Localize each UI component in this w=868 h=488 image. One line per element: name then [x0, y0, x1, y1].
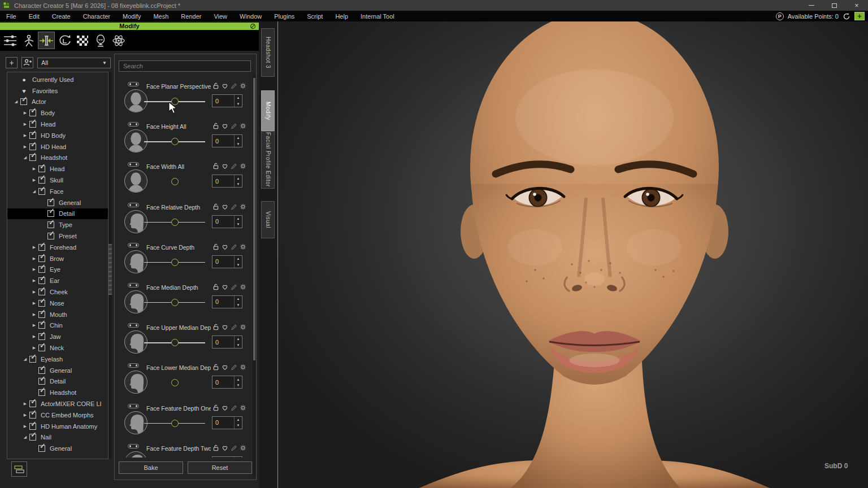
morph-thumbnail[interactable]	[124, 371, 147, 394]
tree-item-hd-head[interactable]: ▶ ✓ HD Head	[7, 141, 108, 152]
layers-button[interactable]	[11, 461, 27, 477]
tab-facial-profile-editor[interactable]: Facial Profile Editor	[261, 131, 275, 189]
morph-thumbnail[interactable]	[124, 169, 147, 193]
tree-item-general[interactable]: ✓ General	[7, 365, 108, 376]
edit-pencil-icon[interactable]	[231, 284, 237, 290]
tree-item-checkbox[interactable]: ✓	[38, 322, 45, 329]
tree-item-jaw[interactable]: ▶ ✓ Jaw	[7, 331, 108, 342]
tree-item-checkbox[interactable]: ✓	[29, 423, 36, 430]
morph-value-input[interactable]	[212, 135, 234, 147]
spin-down-icon[interactable]: ▼	[235, 221, 242, 228]
lock-icon[interactable]	[212, 324, 219, 330]
menu-internal-tool[interactable]: Internal Tool	[354, 11, 401, 21]
favorite-heart-icon[interactable]	[222, 243, 228, 250]
edit-pencil-icon[interactable]	[231, 243, 237, 250]
tree-item-checkbox[interactable]: ✓	[38, 277, 45, 284]
expander-icon[interactable]: ▶	[21, 402, 29, 406]
tree-item-checkbox[interactable]: ✓	[38, 255, 45, 262]
spin-up-icon[interactable]: ▲	[235, 135, 242, 141]
expander-icon[interactable]: ▶	[21, 133, 29, 138]
tree-item-eyelash[interactable]: ◢ ✓ Eyelash	[7, 354, 108, 365]
tree-item-checkbox[interactable]: ✓	[20, 98, 27, 105]
lock-icon[interactable]	[212, 82, 219, 89]
slider-handle[interactable]	[171, 259, 179, 266]
expander-icon[interactable]: ▶	[30, 334, 38, 339]
maximize-icon[interactable]	[823, 0, 845, 11]
spin-down-icon[interactable]: ▼	[235, 342, 242, 348]
tree-item-head[interactable]: ▶ ✓ Head	[7, 163, 108, 175]
menu-modify[interactable]: Modify	[116, 11, 147, 21]
lock-icon[interactable]	[212, 445, 219, 451]
bake-button[interactable]: Bake	[119, 461, 183, 474]
morph-value-input[interactable]	[212, 216, 234, 228]
expander-icon[interactable]: ▶	[30, 323, 38, 328]
circle-icon[interactable]: ●	[20, 76, 28, 83]
settings-gear-icon[interactable]	[240, 163, 246, 169]
tree-item-hd-body[interactable]: ▶ ✓ HD Body	[7, 130, 108, 141]
reset-button[interactable]: Reset	[188, 461, 252, 474]
expander-icon[interactable]: ◢	[21, 155, 29, 160]
menu-mesh[interactable]: Mesh	[147, 11, 175, 21]
tree-item-ear[interactable]: ▶ ✓ Ear	[7, 275, 108, 286]
spin-up-icon[interactable]: ▲	[235, 336, 242, 342]
lock-icon[interactable]	[212, 364, 219, 371]
morph-value-input[interactable]	[212, 376, 234, 388]
menu-script[interactable]: Script	[301, 11, 329, 21]
tree-item-checkbox[interactable]: ✓	[38, 289, 45, 295]
add-slider-button[interactable]: +	[6, 57, 18, 68]
thumbnail-toggle-icon[interactable]	[128, 243, 139, 247]
menu-create[interactable]: Create	[46, 11, 77, 21]
head-mesh-icon[interactable]	[92, 32, 109, 49]
tree-item-checkbox[interactable]: ✓	[29, 412, 36, 419]
tab-visual[interactable]: Visual	[261, 201, 275, 238]
tree-item-checkbox[interactable]: ✓	[29, 143, 36, 150]
tree-item-nail[interactable]: ◢ ✓ Nail	[7, 432, 108, 443]
search-input[interactable]	[119, 60, 251, 72]
expander-icon[interactable]: ▶	[30, 167, 38, 171]
tree-item-checkbox[interactable]: ✓	[38, 266, 45, 273]
tree-item-headshot[interactable]: ◢ ✓ Headshot	[7, 152, 108, 164]
expander-icon[interactable]: ▶	[30, 290, 38, 294]
spin-up-icon[interactable]: ▲	[235, 95, 242, 101]
tree-item-checkbox[interactable]: ✓	[29, 400, 36, 407]
morph-thumbnail[interactable]	[124, 451, 147, 457]
menu-window[interactable]: Window	[233, 11, 268, 21]
spin-up-icon[interactable]: ▲	[235, 457, 242, 457]
spin-up-icon[interactable]: ▲	[235, 216, 242, 222]
tree-item-neck[interactable]: ▶ ✓ Neck	[7, 342, 108, 354]
tree-item-checkbox[interactable]: ✓	[38, 445, 45, 452]
favorite-heart-icon[interactable]	[222, 324, 228, 330]
lock-icon[interactable]	[212, 123, 219, 129]
slider-handle[interactable]	[171, 138, 179, 145]
tree-item-cheek[interactable]: ▶ ✓ Cheek	[7, 286, 108, 298]
tree-item-checkbox[interactable]: ✓	[29, 434, 36, 441]
spin-down-icon[interactable]: ▼	[235, 141, 242, 147]
expander-icon[interactable]: ◢	[30, 189, 38, 194]
tree-item-head[interactable]: ▶ ✓ Head	[7, 119, 108, 130]
lock-icon[interactable]	[212, 163, 219, 169]
refresh-icon[interactable]	[843, 12, 850, 20]
tree-item-chin[interactable]: ▶ ✓ Chin	[7, 320, 108, 332]
panel-pin-icon[interactable]	[250, 23, 256, 29]
expander-icon[interactable]: ◢	[21, 357, 29, 361]
transform-icon[interactable]	[56, 32, 73, 49]
favorite-heart-icon[interactable]	[222, 445, 228, 451]
tree-item-brow[interactable]: ▶ ✓ Brow	[7, 253, 108, 264]
favorite-heart-icon[interactable]	[222, 364, 228, 371]
tree-item-headshot[interactable]: ✓ Headshot	[7, 387, 108, 398]
thumbnail-toggle-icon[interactable]	[128, 82, 139, 86]
spin-down-icon[interactable]: ▼	[235, 302, 242, 308]
expander-icon[interactable]: ▶	[21, 145, 29, 149]
tree-item-detail[interactable]: ✓ Detail	[7, 376, 108, 387]
slider-handle[interactable]	[171, 420, 179, 427]
favorite-heart-icon[interactable]	[222, 163, 228, 169]
thumbnail-toggle-icon[interactable]	[128, 122, 139, 127]
tree-item-checkbox[interactable]: ✓	[29, 121, 36, 128]
spin-down-icon[interactable]: ▼	[235, 262, 242, 268]
filter-dropdown[interactable]: All ▼	[37, 58, 111, 68]
settings-gear-icon[interactable]	[240, 82, 246, 89]
morph-icon[interactable]	[38, 32, 55, 49]
tree-item-checkbox[interactable]: ✓	[38, 378, 45, 385]
tree-item-skull[interactable]: ▶ ✓ Skull	[7, 175, 108, 186]
menu-edit[interactable]: Edit	[23, 11, 46, 21]
